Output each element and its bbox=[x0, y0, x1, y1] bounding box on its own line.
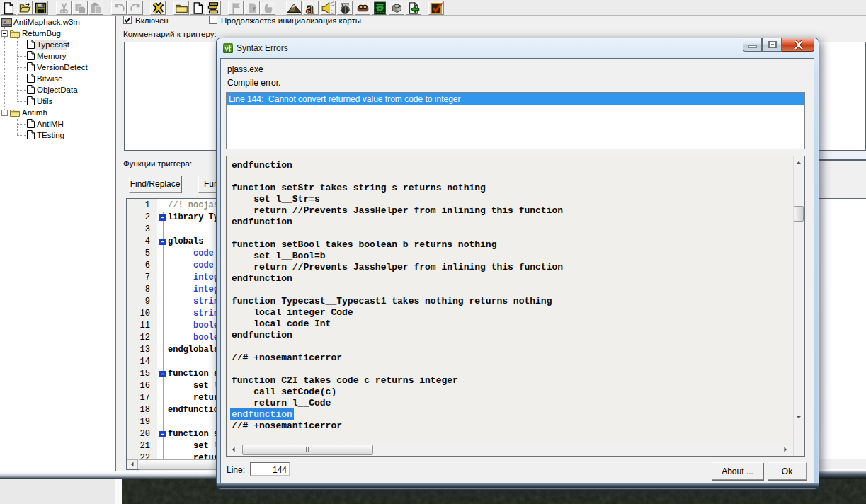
svg-text:a: a bbox=[306, 1, 314, 15]
